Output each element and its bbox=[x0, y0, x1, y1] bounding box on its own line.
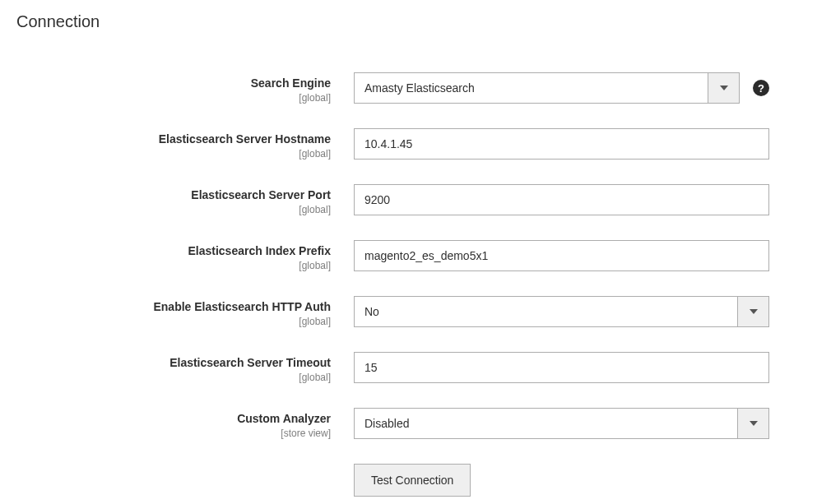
scope-search-engine: [global] bbox=[16, 92, 331, 104]
select-search-engine[interactable]: Amasty Elasticsearch bbox=[354, 72, 740, 104]
label-col: Elasticsearch Server Port [global] bbox=[16, 184, 354, 215]
row-port: Elasticsearch Server Port [global] bbox=[16, 184, 815, 215]
select-value-search-engine: Amasty Elasticsearch bbox=[355, 81, 708, 95]
row-search-engine: Search Engine [global] Amasty Elasticsea… bbox=[16, 72, 815, 104]
input-timeout[interactable] bbox=[354, 352, 769, 383]
select-value-http-auth: No bbox=[355, 305, 737, 318]
label-col: Enable Elasticsearch HTTP Auth [global] bbox=[16, 296, 354, 327]
test-connection-button[interactable]: Test Connection bbox=[354, 464, 471, 497]
select-http-auth[interactable]: No bbox=[354, 296, 769, 327]
scope-timeout: [global] bbox=[16, 372, 331, 383]
help-icon[interactable]: ? bbox=[753, 80, 769, 96]
label-timeout: Elasticsearch Server Timeout bbox=[169, 356, 331, 369]
label-hostname: Elasticsearch Server Hostname bbox=[159, 132, 331, 146]
row-hostname: Elasticsearch Server Hostname [global] bbox=[16, 128, 815, 160]
chevron-down-icon bbox=[737, 409, 768, 438]
label-col: Elasticsearch Server Timeout [global] bbox=[16, 352, 354, 383]
label-analyzer: Custom Analyzer bbox=[237, 412, 331, 425]
label-col: Custom Analyzer [store view] bbox=[16, 408, 354, 439]
label-http-auth: Enable Elasticsearch HTTP Auth bbox=[153, 300, 331, 313]
label-index-prefix: Elasticsearch Index Prefix bbox=[188, 244, 331, 257]
label-col: Elasticsearch Index Prefix [global] bbox=[16, 240, 354, 271]
row-index-prefix: Elasticsearch Index Prefix [global] bbox=[16, 240, 815, 271]
row-test-connection: Test Connection bbox=[16, 464, 815, 497]
chevron-down-icon bbox=[737, 297, 768, 326]
scope-analyzer: [store view] bbox=[16, 428, 331, 439]
section-title: Connection bbox=[16, 8, 815, 31]
input-index-prefix[interactable] bbox=[354, 240, 769, 271]
label-search-engine: Search Engine bbox=[251, 76, 331, 90]
select-value-analyzer: Disabled bbox=[355, 417, 737, 430]
row-timeout: Elasticsearch Server Timeout [global] bbox=[16, 352, 815, 383]
label-port: Elasticsearch Server Port bbox=[191, 188, 331, 201]
label-col: Search Engine [global] bbox=[16, 72, 354, 104]
scope-index-prefix: [global] bbox=[16, 260, 331, 271]
input-port[interactable] bbox=[354, 184, 769, 215]
row-http-auth: Enable Elasticsearch HTTP Auth [global] … bbox=[16, 296, 815, 327]
scope-hostname: [global] bbox=[16, 148, 331, 160]
chevron-down-icon bbox=[708, 73, 739, 103]
input-hostname[interactable] bbox=[354, 128, 769, 160]
scope-http-auth: [global] bbox=[16, 316, 331, 327]
row-analyzer: Custom Analyzer [store view] Disabled bbox=[16, 408, 815, 439]
label-col: Elasticsearch Server Hostname [global] bbox=[16, 128, 354, 160]
scope-port: [global] bbox=[16, 204, 331, 215]
select-analyzer[interactable]: Disabled bbox=[354, 408, 769, 439]
